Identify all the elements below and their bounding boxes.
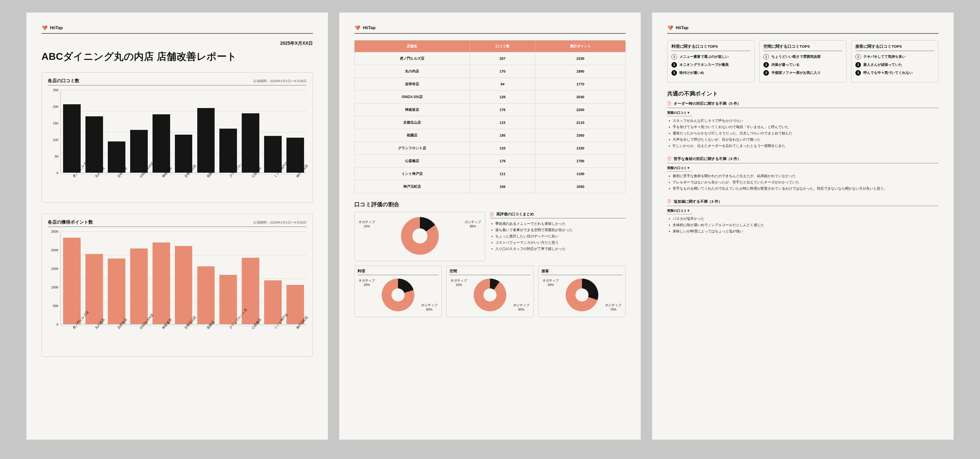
table-row: グランフロント店1331330 bbox=[355, 142, 626, 155]
summary-list-card: 高評価の口コミまとめ 季節感のあるメニューでどれも美味しかった落ち着いて食事がで… bbox=[490, 212, 626, 261]
list-item: 大声を出して呼びたくないが、目が合わないので困った bbox=[673, 137, 939, 143]
y-tick: 1500 bbox=[48, 267, 58, 271]
list-item: アレルギーではないから良かったが、苦手だと伝えていたチーズがかかっていた bbox=[673, 179, 939, 186]
complaint-block: 苦手な食材の対応に関する不満（3 件）実際の口コミ▼最初に苦手な食材を聞かれたの… bbox=[667, 156, 939, 192]
bar bbox=[242, 113, 259, 173]
chart-title: 各店の獲得ポイント数 bbox=[48, 219, 93, 225]
list-item: 全体的に味が濃いめでノンアルコールだとしんどく感じた bbox=[673, 222, 939, 229]
brand-name: HiiTap bbox=[363, 25, 375, 30]
donut-chart-service bbox=[566, 279, 598, 311]
bar bbox=[197, 266, 215, 324]
top3-title: 接客に関する口コミTOP3 bbox=[855, 44, 934, 51]
complaint-list: 最初に苦手な食材を聞かれたのできちんと伝えたが、結局抜かれていなかったアレルギー… bbox=[667, 173, 939, 192]
bar-chart-points: 05001000150020002500虎ノ門ヒルズ店丸の内店吉祥寺店GINZA… bbox=[48, 231, 307, 349]
bar bbox=[130, 248, 148, 324]
bar bbox=[220, 275, 237, 324]
document-date: 2025年X月XX日 bbox=[41, 40, 313, 46]
brand-name: HiiTap bbox=[676, 25, 689, 30]
list-item: 苦手なものを聞いてくれたので伝えていたが特に料理が変更されているわけではなかった… bbox=[673, 186, 939, 192]
food-neg-label: ネガティブ20% bbox=[359, 279, 375, 287]
summary-title: 高評価の口コミまとめ bbox=[496, 212, 534, 216]
brand-heart-icon bbox=[354, 25, 361, 31]
table-header: 口コミ数 bbox=[470, 40, 535, 52]
page-2: HiiTap 店舗名口コミ数累計ポイント虎ノ門ヒルズ店2072330丸の内店17… bbox=[339, 13, 641, 440]
y-tick: 50 bbox=[48, 154, 58, 158]
table-row: 虎ノ門ヒルズ店2072330 bbox=[355, 52, 626, 65]
list-item: 手を挙げても中々気づいてくれないので毎回「すいません」と呼んでいた bbox=[673, 124, 939, 130]
rank-badge-icon: 2 bbox=[671, 62, 677, 68]
bar bbox=[220, 129, 237, 173]
donut-chart-overall bbox=[401, 217, 439, 255]
rank-badge-icon: 2 bbox=[855, 62, 861, 68]
list-item: スタッフがみんな忙しそうで声をかけづらい bbox=[673, 118, 939, 124]
list-item: 落ち着いて食事ができる空間で雰囲気が良かった bbox=[495, 227, 626, 233]
rank-badge-icon: 3 bbox=[764, 70, 769, 76]
donut-chart-food bbox=[382, 279, 414, 311]
rank-badge-icon: 1 bbox=[855, 54, 861, 60]
rank-item: 1テキパキしてて気持ち良い bbox=[855, 54, 934, 60]
mini-card-title: 接客 bbox=[541, 269, 622, 275]
table-row: 神戸元町店1061060 bbox=[355, 180, 626, 193]
document-icon bbox=[490, 212, 494, 216]
actual-review-label: 実際の口コミ▼ bbox=[667, 208, 692, 214]
page-title: ABCダイニング丸の内店 店舗改善レポート bbox=[41, 50, 313, 63]
complaint-list: パスタが塩辛かった全体的に味が濃いめでノンアルコールだとしんどく感じた美味しいが… bbox=[667, 216, 939, 235]
table-row: 丸の内店1701890 bbox=[355, 65, 626, 78]
document-icon bbox=[667, 199, 672, 204]
y-tick: 0 bbox=[48, 171, 58, 175]
bar bbox=[86, 116, 103, 173]
page-3: HiiTap 料理に関する口コミTOP31メニュー豊富で選ぶのが楽しい2オニオン… bbox=[652, 13, 954, 440]
list-item: ちょっと贅沢したい日のディナーに良い bbox=[495, 233, 626, 240]
y-tick: 2500 bbox=[48, 230, 58, 233]
header: HiiTap bbox=[41, 25, 313, 34]
actual-review-label: 実際の口コミ▼ bbox=[667, 166, 692, 172]
table-row: 心斎橋店1791790 bbox=[355, 155, 626, 168]
document-icon bbox=[667, 101, 672, 106]
list-item: 美味しいが料理によってはちょっと塩が強い bbox=[673, 229, 939, 235]
table-header: 店舗名 bbox=[355, 40, 470, 52]
summary-bullet-list: 季節感のあるメニューでどれも美味しかった落ち着いて食事ができる空間で雰囲気が良か… bbox=[490, 221, 626, 252]
bar bbox=[264, 280, 282, 324]
space-donut-card: 空間 ネガティブ10% ポジティブ90% bbox=[446, 265, 534, 317]
complaint-block: 塩加減に関する不満（3 件）実際の口コミ▼パスタが塩辛かった全体的に味が濃いめで… bbox=[667, 199, 939, 235]
top3-row: 料理に関する口コミTOP31メニュー豊富で選ぶのが楽しい2オニオングラタンスープ… bbox=[667, 40, 939, 83]
chart-period: 計測期間：2025年X月1日〜X月30日 bbox=[253, 79, 307, 83]
bar bbox=[175, 246, 192, 324]
y-tick: 1000 bbox=[48, 285, 58, 289]
donut-chart-space bbox=[474, 279, 506, 311]
bar bbox=[264, 136, 282, 173]
complaint-list: スタッフがみんな忙しそうで声をかけづらい手を挙げても中々気づいてくれないので毎回… bbox=[667, 118, 939, 149]
table-row: 祇園店1951560 bbox=[355, 129, 626, 142]
chart-title: 各店の口コミ数 bbox=[48, 78, 80, 84]
service-pos-label: ポジティブ70% bbox=[605, 303, 621, 312]
complaint-title: オーダー時の対応に関する不満（5 件） bbox=[667, 101, 939, 108]
top3-card-food: 料理に関する口コミTOP31メニュー豊富で選ぶのが楽しい2オニオングラタンスープ… bbox=[667, 40, 755, 83]
complaints-container: オーダー時の対応に関する不満（5 件）実際の口コミ▼スタッフがみんな忙しそうで声… bbox=[667, 101, 939, 235]
bar bbox=[197, 108, 215, 173]
complaint-block: オーダー時の対応に関する不満（5 件）実際の口コミ▼スタッフがみんな忙しそうで声… bbox=[667, 101, 939, 149]
rank-badge-icon: 3 bbox=[855, 70, 861, 76]
list-item: 季節感のあるメニューでどれも美味しかった bbox=[495, 221, 626, 227]
header: HiiTap bbox=[667, 25, 939, 34]
bar bbox=[108, 259, 126, 324]
overall-donut-card: ネガティブ15% ポジティブ85% bbox=[354, 212, 485, 261]
list-item: 忙しいからか、伝えたオーダーを忘れてしまったともう一度聞きにきた bbox=[673, 143, 939, 149]
rank-item: 2オニオングラタンスープが最高 bbox=[671, 62, 750, 68]
brand-heart-icon bbox=[41, 25, 48, 31]
table-row: 吉祥寺店941770 bbox=[355, 78, 626, 91]
rank-badge-icon: 1 bbox=[764, 54, 769, 60]
overall-pos-label: ポジティブ85% bbox=[465, 220, 481, 229]
space-pos-label: ポジティブ90% bbox=[513, 303, 530, 312]
brand-heart-icon bbox=[667, 25, 674, 31]
bar bbox=[63, 238, 81, 324]
top3-card-service: 接客に関する口コミTOP31テキパキしてて気持ち良い2新人さんが頑張っていた3呼… bbox=[851, 40, 939, 83]
bar bbox=[286, 138, 304, 173]
top3-title: 空間に関する口コミTOP3 bbox=[764, 44, 842, 51]
table-header: 累計ポイント bbox=[535, 40, 626, 52]
service-neg-label: ネガティブ30% bbox=[542, 279, 559, 287]
chart-period: 計測期間：2025年X月1日〜X月30日 bbox=[253, 220, 307, 225]
rank-item: 3呼んでも中々気づいてくれない bbox=[855, 70, 934, 76]
top3-title: 料理に関する口コミTOP3 bbox=[671, 44, 750, 51]
table-row: GINZA SIX店1292040 bbox=[355, 91, 626, 103]
store-data-table: 店舗名口コミ数累計ポイント虎ノ門ヒルズ店2072330丸の内店1701890吉祥… bbox=[354, 40, 626, 193]
